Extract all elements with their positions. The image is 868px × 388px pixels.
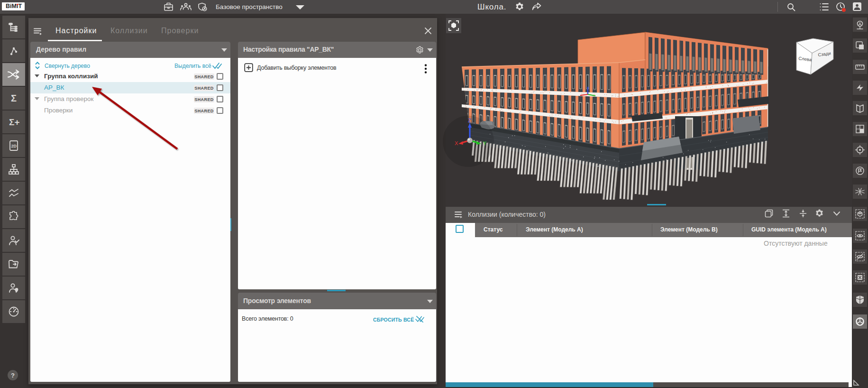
svg-text:Σ+: Σ+ [9,117,20,127]
svg-text:2D: 2D [11,144,17,148]
svg-text:Σ: Σ [11,93,17,103]
svg-text:Z: Z [468,118,471,123]
svg-text:X: X [455,140,458,146]
svg-text:Y: Y [483,140,487,146]
